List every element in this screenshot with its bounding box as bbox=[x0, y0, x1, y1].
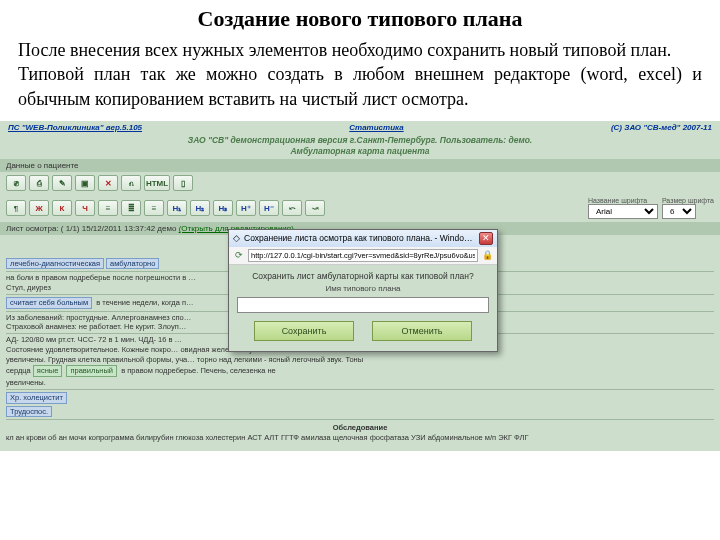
patient-data-bar[interactable]: Данные о пациенте bbox=[0, 159, 720, 172]
save-template-dialog: ◇ Сохранение листа осмотра как типового … bbox=[228, 229, 498, 352]
anamnesis-text: в течение недели, когда п… bbox=[94, 298, 193, 307]
tag-diagnosis-2[interactable]: Трудоспос. bbox=[6, 406, 52, 418]
objective-line-4-post: в правом подреберье. Печень, селезенка н… bbox=[121, 366, 276, 375]
font-size-label: Размер шрифта bbox=[662, 197, 714, 204]
card-title-line: Амбулаторная карта пациента bbox=[0, 146, 720, 157]
copyright-label: (С) ЗАО "СВ-мед" 2007-11 bbox=[611, 123, 712, 132]
tb-underline-icon[interactable]: Ч bbox=[75, 200, 95, 216]
tb-align-left-icon[interactable]: ≡ bbox=[98, 200, 118, 216]
tb-redo-icon[interactable]: ⤻ bbox=[305, 200, 325, 216]
close-icon[interactable]: ✕ bbox=[479, 232, 493, 245]
dialog-buttons: Сохранить Отменить bbox=[237, 321, 489, 341]
tb-undo-icon[interactable]: ⎌ bbox=[121, 175, 141, 191]
tb-print-icon[interactable]: ⎙ bbox=[29, 175, 49, 191]
org-user-line: ЗАО "СВ" демонстрационная версия г.Санкт… bbox=[0, 135, 720, 146]
tb-paragraph-icon[interactable]: ¶ bbox=[6, 200, 26, 216]
tb-other-icon[interactable]: ▯ bbox=[173, 175, 193, 191]
tb-align-right-icon[interactable]: ≡ bbox=[144, 200, 164, 216]
slide-body: После внесения всех нужных элементов нео… bbox=[0, 32, 720, 121]
examination-heading: Обследование bbox=[6, 421, 714, 433]
font-controls: Название шрифта Arial Размер шрифта 6 bbox=[588, 197, 714, 219]
tb-italic-icon[interactable]: К bbox=[52, 200, 72, 216]
tb-align-center-icon[interactable]: ≣ bbox=[121, 200, 141, 216]
slide-title: Создание нового типового плана bbox=[0, 6, 720, 32]
tag-diagnosis-1[interactable]: Хр. холецистит bbox=[6, 392, 67, 404]
font-size-select[interactable]: 6 bbox=[662, 204, 696, 219]
tag-purpose[interactable]: лечебно-диагностическая bbox=[6, 258, 104, 270]
tb-h2-icon[interactable]: H₂ bbox=[190, 200, 210, 216]
tb-bold-icon[interactable]: Ж bbox=[29, 200, 49, 216]
dialog-title-text: Сохранение листа осмотра как типового пл… bbox=[244, 233, 475, 243]
tb-save-icon[interactable]: ▣ bbox=[75, 175, 95, 191]
tag-rhythm[interactable]: правильный bbox=[66, 365, 117, 377]
statistics-link[interactable]: Статистика bbox=[349, 123, 403, 132]
dialog-sublabel: Имя типового плана bbox=[237, 284, 489, 293]
objective-line-5: увеличены. bbox=[6, 378, 714, 388]
objective-line-4-pre: сердца bbox=[6, 366, 33, 375]
window-favicon-icon: ◇ bbox=[233, 233, 240, 243]
dialog-titlebar: ◇ Сохранение листа осмотра как типового … bbox=[229, 230, 497, 247]
app-window: ПС "WEB-Поликлиника" вер.5.105 Статистик… bbox=[0, 121, 720, 451]
dialog-url-input[interactable] bbox=[248, 249, 478, 262]
tb-delete-icon[interactable]: ✕ bbox=[98, 175, 118, 191]
refresh-icon[interactable]: ⟳ bbox=[233, 249, 245, 261]
dialog-question: Сохранить лист амбулаторной карты как ти… bbox=[237, 271, 489, 281]
tb-edit-icon[interactable]: ✎ bbox=[52, 175, 72, 191]
save-button[interactable]: Сохранить bbox=[254, 321, 354, 341]
examination-text: кл ан крови об ан мочи копрограмма билир… bbox=[6, 433, 714, 443]
app-subtitle: ЗАО "СВ" демонстрационная версия г.Санкт… bbox=[0, 134, 720, 159]
tb-new-icon[interactable]: ⎚ bbox=[6, 175, 26, 191]
dialog-body: Сохранить лист амбулаторной карты как ти… bbox=[229, 265, 497, 351]
template-name-input[interactable] bbox=[237, 297, 489, 313]
tb-h3-icon[interactable]: H₃ bbox=[213, 200, 233, 216]
app-header: ПС "WEB-Поликлиника" вер.5.105 Статистик… bbox=[0, 121, 720, 134]
tb-hplus-icon[interactable]: H⁺ bbox=[236, 200, 256, 216]
slide-paragraph-2: Типовой план так же можно создать в любо… bbox=[18, 62, 702, 111]
toolbar-row-2: ¶ Ж К Ч ≡ ≣ ≡ H₁ H₂ H₃ H⁺ H⁻ ⤺ ⤻ Названи… bbox=[0, 194, 720, 222]
toolbar-row-1: ⎚ ⎙ ✎ ▣ ✕ ⎌ HTML ▯ bbox=[0, 172, 720, 194]
tag-heart-tones[interactable]: ясные bbox=[33, 365, 63, 377]
cancel-button[interactable]: Отменить bbox=[372, 321, 472, 341]
tag-anamnesis[interactable]: считает себя больным bbox=[6, 297, 92, 309]
objective-line-3: увеличены. Грудная клетка правильной фор… bbox=[6, 355, 714, 365]
font-name-select[interactable]: Arial bbox=[588, 204, 658, 219]
tb-hminus-icon[interactable]: H⁻ bbox=[259, 200, 279, 216]
font-name-label: Название шрифта bbox=[588, 197, 658, 204]
tag-mode[interactable]: амбулаторно bbox=[106, 258, 159, 270]
lock-icon: 🔒 bbox=[481, 249, 493, 261]
tb-h1-icon[interactable]: H₁ bbox=[167, 200, 187, 216]
exam-sheet-label: Лист осмотра: ( 1/1) 15/12/2011 13:37:42… bbox=[6, 224, 179, 233]
app-product-link[interactable]: ПС "WEB-Поликлиника" вер.5.105 bbox=[8, 123, 142, 132]
tb-undo2-icon[interactable]: ⤺ bbox=[282, 200, 302, 216]
dialog-url-bar: ⟳ 🔒 bbox=[229, 247, 497, 265]
slide-paragraph-1: После внесения всех нужных элементов нео… bbox=[18, 38, 702, 62]
tb-html-icon[interactable]: HTML bbox=[144, 175, 170, 191]
